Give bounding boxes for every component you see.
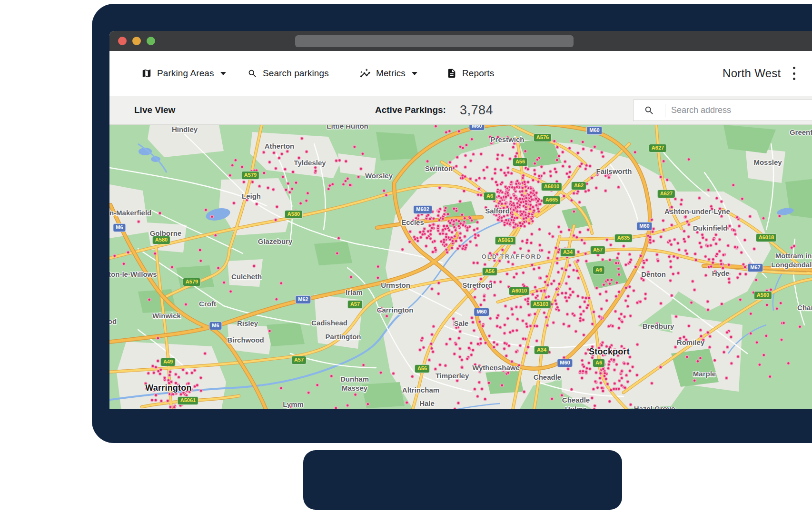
parking-dot [577,277,580,280]
parking-dot [499,190,502,192]
parking-dot [530,217,533,220]
parking-dot [709,335,712,338]
parking-dot [199,389,202,392]
parking-dot [376,276,379,279]
chevron-down-icon [412,72,417,75]
parking-dot [551,397,554,400]
parking-dot [620,313,623,315]
parking-dot [505,195,507,198]
parking-dot [514,155,517,158]
parking-dot [532,206,535,209]
parking-dot [755,341,758,344]
parking-dot [528,222,531,225]
parking-dot [519,224,522,227]
map-canvas[interactable]: HindleyLittle HultonAthertonPrestwichTyl… [109,125,812,409]
nav-parking-areas[interactable]: Parking Areas [141,51,226,96]
parking-dot [558,183,561,186]
parking-dot [666,179,669,182]
parking-dot [507,371,510,374]
minimize-window-button[interactable] [132,37,141,45]
zoom-window-button[interactable] [147,37,155,45]
parking-dot [437,293,440,295]
parking-dot [662,219,664,222]
parking-dot [515,305,518,308]
parking-dot [706,244,709,247]
parking-dot [482,169,485,172]
close-window-button[interactable] [118,37,127,45]
parking-dot [498,260,501,262]
parking-dot [524,185,527,188]
parking-dot [591,356,594,359]
parking-dot [603,283,605,286]
parking-dot [549,170,552,173]
parking-dot [647,271,650,274]
parking-dot [569,171,572,173]
nav-metrics[interactable]: Metrics [360,51,417,96]
region-selector[interactable]: North West [723,51,781,96]
parking-dot [430,347,433,350]
parking-dot [255,202,258,205]
parking-dot [710,265,713,268]
parking-dot [443,224,446,227]
parking-dot [617,252,620,255]
parking-dot [706,308,709,311]
parking-dot [706,331,709,334]
parking-dot [557,225,560,228]
parking-dot [491,177,494,180]
parking-dot [500,219,503,222]
parking-dot [599,293,602,295]
parking-dot [445,131,447,134]
parking-dot [715,197,718,200]
parking-dot [472,153,475,156]
parking-dot [555,159,558,162]
parking-dot [602,155,604,158]
parking-dot [299,202,302,205]
parking-dot [495,181,497,183]
parking-dot [617,351,620,353]
address-search-box[interactable] [633,100,812,121]
parking-dot [503,332,506,335]
parking-dot [476,221,479,224]
parking-dot [599,372,602,375]
parking-dot [392,372,395,375]
parking-dot [274,219,277,222]
parking-dot [504,210,506,212]
parking-dot [606,279,609,282]
parking-dot [127,251,129,254]
parking-dot [610,279,613,282]
parking-dot [487,382,490,384]
parking-dot [525,242,528,244]
parking-dot [456,379,459,382]
parking-dot [799,325,802,328]
parking-dot [686,220,689,223]
parking-dot [579,305,582,308]
parking-dot [337,237,340,240]
parking-dot [591,396,594,399]
parking-dot [513,368,515,371]
parking-dot [529,187,532,190]
nav-search-parkings[interactable]: Search parkings [248,51,329,96]
parking-dot [621,321,624,323]
parking-dot [705,238,708,241]
parking-dot [507,344,510,347]
parking-dot [435,125,437,128]
url-bar[interactable] [295,35,574,47]
parking-dot [726,227,729,230]
parking-dot [307,192,309,195]
parking-dot [408,241,411,243]
parking-dot [422,346,425,349]
parking-dot [190,372,193,374]
parking-dot [489,281,492,283]
parking-dot [687,158,690,161]
parking-dot [573,210,575,213]
kebab-menu-icon[interactable] [793,67,796,80]
parking-dot [182,391,185,394]
parking-dot [623,315,626,318]
parking-dot [737,355,740,358]
nav-reports[interactable]: Reports [446,51,494,96]
parking-dot [749,263,752,266]
parking-dot [712,262,714,264]
parking-dot [425,245,427,248]
parking-dot [606,383,609,385]
search-address-input[interactable] [665,105,812,115]
